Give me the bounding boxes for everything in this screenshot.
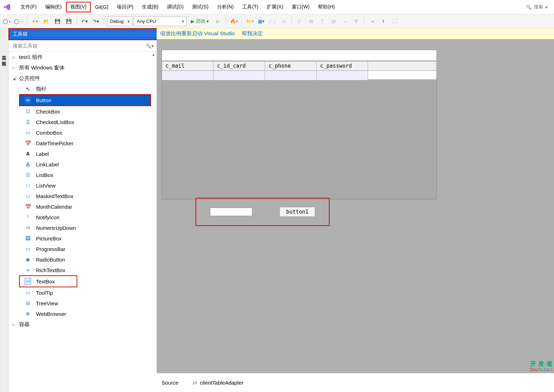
align-center-btn[interactable]: ⊟ xyxy=(306,16,316,26)
grid-btn[interactable]: ▦▾ xyxy=(256,16,266,26)
tree-item-label[interactable]: ALabel xyxy=(8,148,157,159)
tree-item-richtextbox[interactable]: ≡RichTextBox xyxy=(8,265,157,275)
search-icon[interactable]: 🔍▾ xyxy=(146,43,154,49)
open-btn[interactable]: 📂 xyxy=(41,16,51,26)
form-button1[interactable]: button1 xyxy=(279,207,315,217)
vert-tab-toolbox[interactable]: 工具箱 xyxy=(0,49,8,55)
menu-test[interactable]: 测试(S) xyxy=(188,2,213,12)
tree-item-treeview[interactable]: ⊟TreeView xyxy=(8,298,157,308)
tree-cat-test1[interactable]: ▷test1 组件 xyxy=(8,52,157,62)
platform-dropdown[interactable]: Any CPU xyxy=(134,16,187,26)
nav-back-btn[interactable]: ◯← xyxy=(3,16,13,26)
restart-link[interactable]: 缩放比例重新启动 Visual Studio xyxy=(160,30,235,37)
fullscreen-btn[interactable]: ⛶ xyxy=(390,16,399,26)
bring-front-btn[interactable]: ⬆ xyxy=(378,16,388,26)
form-textbox[interactable] xyxy=(210,208,252,216)
toolbox-tree[interactable]: ▲ ▷test1 组件 ▷所有 Windows 窗体 ◢公共控件 ↖指针 abB… xyxy=(8,52,157,392)
start-debug-btn[interactable]: ▶启动▾ xyxy=(188,17,212,25)
menu-help[interactable]: 帮助(H) xyxy=(314,2,339,12)
tooltip-icon: ▭ xyxy=(25,289,31,296)
treeview-icon: ⊟ xyxy=(25,300,31,306)
tab-order-btn[interactable]: ⇥ xyxy=(367,16,377,26)
align-top-btn[interactable]: ⊤ xyxy=(317,16,327,26)
tree-item-checkbox[interactable]: ☑CheckBox xyxy=(8,106,157,117)
tray-adapter[interactable]: ⇄clientTableAdapter xyxy=(193,380,243,386)
tree-item-linklabel[interactable]: ALinkLabel xyxy=(8,159,157,170)
tree-cat-common[interactable]: ◢公共控件 xyxy=(8,73,157,84)
notify-icon: └ xyxy=(25,214,31,220)
search-box[interactable]: 🔍 搜索 ▾ xyxy=(523,2,551,12)
menu-edit[interactable]: 编辑(E) xyxy=(41,2,66,12)
tree-item-listbox[interactable]: ☰ListBox xyxy=(8,170,157,180)
redo-btn[interactable]: ↷▾ xyxy=(91,16,101,26)
menu-view[interactable]: 视图(V) xyxy=(66,2,91,12)
menu-file[interactable]: 文件(F) xyxy=(16,2,41,12)
save-btn[interactable]: 💾 xyxy=(53,16,62,26)
tree-item-textbox[interactable]: ablTextBox xyxy=(20,276,77,287)
menu-tools[interactable]: 工具(T) xyxy=(238,2,263,12)
search-icon: 🔍 xyxy=(526,5,532,10)
menu-build[interactable]: 生成(B) xyxy=(138,2,163,12)
hspace-btn[interactable]: ↔ xyxy=(340,16,350,26)
button-icon: ab xyxy=(25,97,31,103)
help-link[interactable]: 帮我决定 xyxy=(242,30,263,37)
grid-col-password[interactable]: c_password xyxy=(317,61,368,71)
tree-item-monthcalendar[interactable]: 📅MonthCalendar xyxy=(8,201,157,212)
calendar-icon: 📅 xyxy=(25,140,31,146)
tree-item-combobox[interactable]: ▭ComboBox xyxy=(8,127,157,138)
browse-btn[interactable]: 📁▾ xyxy=(245,16,255,26)
config-dropdown[interactable]: Debug xyxy=(107,16,132,26)
tree-item-button[interactable]: abButton xyxy=(20,95,150,105)
hot-reload-btn[interactable]: 🔥▾ xyxy=(229,16,239,26)
scroll-up-icon[interactable]: ▲ xyxy=(152,53,155,56)
progress-icon: ▭ xyxy=(25,246,31,252)
undo-btn[interactable]: ↶▾ xyxy=(80,16,90,26)
menu-window[interactable]: 窗口(W) xyxy=(288,2,314,12)
tree-cat-container[interactable]: ▷容器 xyxy=(8,319,157,330)
listview-icon: ⫶⫶ xyxy=(25,182,31,189)
info-bar: 缩放比例重新启动 Visual Studio 帮我决定 xyxy=(157,28,554,39)
masked-icon: (.) xyxy=(25,193,31,199)
align-left-btn[interactable]: ⫍ xyxy=(295,16,305,26)
tray-source[interactable]: Source xyxy=(162,380,179,386)
play-icon: ▶ xyxy=(191,19,194,24)
tree-item-datetimepicker[interactable]: 📅DateTimePicker xyxy=(8,138,157,148)
align-btn[interactable]: ⫏ xyxy=(279,16,289,26)
menu-project[interactable]: 项目(P) xyxy=(113,2,138,12)
listbox-icon: ☰ xyxy=(25,172,31,178)
tree-item-checkedlistbox[interactable]: ☰CheckedListBox xyxy=(8,117,157,127)
tree-item-webbrowser[interactable]: ⊕WebBrowser xyxy=(8,308,157,319)
save-all-btn[interactable]: 💾 xyxy=(64,16,74,26)
vert-tab-datasource[interactable]: 数据源 xyxy=(0,55,8,61)
tree-item-maskedtextbox[interactable]: (.)MaskedTextBox xyxy=(8,191,157,201)
tree-cat-winforms[interactable]: ▷所有 Windows 窗体 xyxy=(8,62,157,73)
menu-git[interactable]: Git(G) xyxy=(91,2,113,12)
new-item-btn[interactable]: ✦▾ xyxy=(30,16,40,26)
form-header xyxy=(162,50,437,61)
tree-item-notifyicon[interactable]: └NotifyIcon xyxy=(8,212,157,222)
tree-item-numericupdown[interactable]: 19NumericUpDown xyxy=(8,222,157,233)
textbox-icon: abl xyxy=(25,278,31,284)
menu-extensions[interactable]: 扩展(X) xyxy=(263,2,288,12)
grid-col-idcard[interactable]: c_id_card xyxy=(213,61,265,71)
datagrid[interactable]: c_mail c_id_card c_phone c_password xyxy=(162,61,437,200)
tree-item-listview[interactable]: ⫶⫶ListView xyxy=(8,180,157,191)
tree-item-picturebox[interactable]: 🖼PictureBox xyxy=(8,233,157,244)
form-controls-group: button1 xyxy=(195,198,330,226)
grid-col-phone[interactable]: c_phone xyxy=(265,61,317,71)
align-mid-btn[interactable]: ⊟ xyxy=(329,16,338,26)
picture-icon: 🖼 xyxy=(25,235,31,241)
start-nodebug-btn[interactable]: ▷ xyxy=(213,16,223,26)
tree-item-tooltip[interactable]: ▭ToolTip xyxy=(8,287,157,298)
toolbox-search-input[interactable] xyxy=(11,42,146,50)
nav-fwd-btn[interactable]: ◯→ xyxy=(14,16,24,26)
tree-item-progressbar[interactable]: ▭ProgressBar xyxy=(8,244,157,254)
vspace-btn[interactable]: ⇈ xyxy=(351,16,361,26)
web-icon: ⊕ xyxy=(25,311,31,317)
tree-item-radiobutton[interactable]: ◉RadioButton xyxy=(8,254,157,265)
menu-debug[interactable]: 调试(D) xyxy=(163,2,188,12)
menu-analyze[interactable]: 分析(N) xyxy=(213,2,238,12)
dots-btn[interactable]: ⋮⋮ xyxy=(267,16,277,26)
grid-col-mail[interactable]: c_mail xyxy=(162,61,213,71)
tree-item-pointer[interactable]: ↖指针 xyxy=(8,84,157,94)
